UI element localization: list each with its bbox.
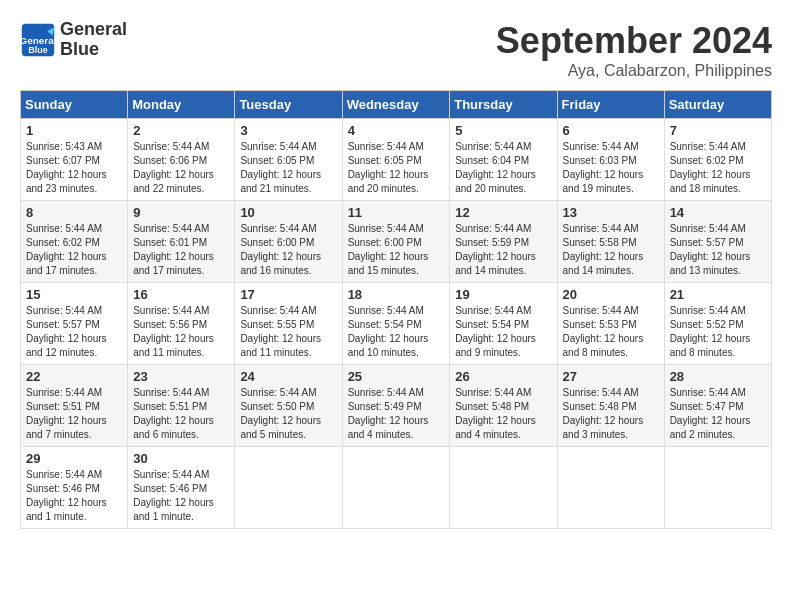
calendar-cell: 21Sunrise: 5:44 AM Sunset: 5:52 PM Dayli… (664, 283, 771, 365)
day-number: 27 (563, 369, 659, 384)
day-number: 18 (348, 287, 445, 302)
day-info: Sunrise: 5:44 AM Sunset: 6:02 PM Dayligh… (670, 140, 766, 196)
logo-icon: General Blue (20, 22, 56, 58)
calendar-cell: 9Sunrise: 5:44 AM Sunset: 6:01 PM Daylig… (128, 201, 235, 283)
calendar-cell: 3Sunrise: 5:44 AM Sunset: 6:05 PM Daylig… (235, 119, 342, 201)
day-number: 12 (455, 205, 551, 220)
day-info: Sunrise: 5:44 AM Sunset: 5:54 PM Dayligh… (348, 304, 445, 360)
calendar-cell: 18Sunrise: 5:44 AM Sunset: 5:54 PM Dayli… (342, 283, 450, 365)
calendar-cell: 14Sunrise: 5:44 AM Sunset: 5:57 PM Dayli… (664, 201, 771, 283)
calendar-cell: 29Sunrise: 5:44 AM Sunset: 5:46 PM Dayli… (21, 447, 128, 529)
day-number: 6 (563, 123, 659, 138)
calendar-cell: 13Sunrise: 5:44 AM Sunset: 5:58 PM Dayli… (557, 201, 664, 283)
day-info: Sunrise: 5:44 AM Sunset: 6:00 PM Dayligh… (348, 222, 445, 278)
calendar-cell: 6Sunrise: 5:44 AM Sunset: 6:03 PM Daylig… (557, 119, 664, 201)
calendar-cell: 7Sunrise: 5:44 AM Sunset: 6:02 PM Daylig… (664, 119, 771, 201)
day-number: 3 (240, 123, 336, 138)
day-info: Sunrise: 5:44 AM Sunset: 5:50 PM Dayligh… (240, 386, 336, 442)
day-info: Sunrise: 5:43 AM Sunset: 6:07 PM Dayligh… (26, 140, 122, 196)
calendar-table: SundayMondayTuesdayWednesdayThursdayFrid… (20, 90, 772, 529)
calendar-cell: 22Sunrise: 5:44 AM Sunset: 5:51 PM Dayli… (21, 365, 128, 447)
title-block: September 2024 Aya, Calabarzon, Philippi… (496, 20, 772, 80)
day-info: Sunrise: 5:44 AM Sunset: 5:55 PM Dayligh… (240, 304, 336, 360)
calendar-cell: 25Sunrise: 5:44 AM Sunset: 5:49 PM Dayli… (342, 365, 450, 447)
weekday-header-saturday: Saturday (664, 91, 771, 119)
day-number: 29 (26, 451, 122, 466)
weekday-header-friday: Friday (557, 91, 664, 119)
day-info: Sunrise: 5:44 AM Sunset: 5:46 PM Dayligh… (133, 468, 229, 524)
calendar-week-row: 22Sunrise: 5:44 AM Sunset: 5:51 PM Dayli… (21, 365, 772, 447)
day-number: 17 (240, 287, 336, 302)
calendar-cell (235, 447, 342, 529)
calendar-cell: 23Sunrise: 5:44 AM Sunset: 5:51 PM Dayli… (128, 365, 235, 447)
weekday-header-tuesday: Tuesday (235, 91, 342, 119)
day-number: 5 (455, 123, 551, 138)
day-number: 2 (133, 123, 229, 138)
calendar-cell: 15Sunrise: 5:44 AM Sunset: 5:57 PM Dayli… (21, 283, 128, 365)
day-number: 11 (348, 205, 445, 220)
day-number: 22 (26, 369, 122, 384)
weekday-header-thursday: Thursday (450, 91, 557, 119)
calendar-cell: 27Sunrise: 5:44 AM Sunset: 5:48 PM Dayli… (557, 365, 664, 447)
day-info: Sunrise: 5:44 AM Sunset: 6:03 PM Dayligh… (563, 140, 659, 196)
calendar-cell: 19Sunrise: 5:44 AM Sunset: 5:54 PM Dayli… (450, 283, 557, 365)
day-info: Sunrise: 5:44 AM Sunset: 5:48 PM Dayligh… (455, 386, 551, 442)
page-header: General Blue General Blue September 2024… (20, 20, 772, 80)
day-info: Sunrise: 5:44 AM Sunset: 5:49 PM Dayligh… (348, 386, 445, 442)
day-number: 1 (26, 123, 122, 138)
location-title: Aya, Calabarzon, Philippines (496, 62, 772, 80)
day-info: Sunrise: 5:44 AM Sunset: 6:05 PM Dayligh… (348, 140, 445, 196)
day-number: 4 (348, 123, 445, 138)
day-number: 26 (455, 369, 551, 384)
day-number: 24 (240, 369, 336, 384)
calendar-cell: 12Sunrise: 5:44 AM Sunset: 5:59 PM Dayli… (450, 201, 557, 283)
day-number: 20 (563, 287, 659, 302)
calendar-week-row: 8Sunrise: 5:44 AM Sunset: 6:02 PM Daylig… (21, 201, 772, 283)
day-number: 19 (455, 287, 551, 302)
day-info: Sunrise: 5:44 AM Sunset: 5:57 PM Dayligh… (670, 222, 766, 278)
calendar-cell: 24Sunrise: 5:44 AM Sunset: 5:50 PM Dayli… (235, 365, 342, 447)
day-number: 10 (240, 205, 336, 220)
day-info: Sunrise: 5:44 AM Sunset: 5:51 PM Dayligh… (26, 386, 122, 442)
calendar-cell: 10Sunrise: 5:44 AM Sunset: 6:00 PM Dayli… (235, 201, 342, 283)
day-info: Sunrise: 5:44 AM Sunset: 6:04 PM Dayligh… (455, 140, 551, 196)
calendar-cell (450, 447, 557, 529)
day-info: Sunrise: 5:44 AM Sunset: 5:52 PM Dayligh… (670, 304, 766, 360)
day-info: Sunrise: 5:44 AM Sunset: 6:05 PM Dayligh… (240, 140, 336, 196)
calendar-cell: 17Sunrise: 5:44 AM Sunset: 5:55 PM Dayli… (235, 283, 342, 365)
calendar-cell: 1Sunrise: 5:43 AM Sunset: 6:07 PM Daylig… (21, 119, 128, 201)
day-info: Sunrise: 5:44 AM Sunset: 5:58 PM Dayligh… (563, 222, 659, 278)
day-number: 7 (670, 123, 766, 138)
day-info: Sunrise: 5:44 AM Sunset: 5:53 PM Dayligh… (563, 304, 659, 360)
calendar-cell: 4Sunrise: 5:44 AM Sunset: 6:05 PM Daylig… (342, 119, 450, 201)
day-number: 14 (670, 205, 766, 220)
calendar-week-row: 29Sunrise: 5:44 AM Sunset: 5:46 PM Dayli… (21, 447, 772, 529)
calendar-cell: 28Sunrise: 5:44 AM Sunset: 5:47 PM Dayli… (664, 365, 771, 447)
day-number: 23 (133, 369, 229, 384)
day-info: Sunrise: 5:44 AM Sunset: 5:54 PM Dayligh… (455, 304, 551, 360)
day-info: Sunrise: 5:44 AM Sunset: 6:01 PM Dayligh… (133, 222, 229, 278)
day-number: 16 (133, 287, 229, 302)
weekday-header-wednesday: Wednesday (342, 91, 450, 119)
logo: General Blue General Blue (20, 20, 127, 60)
day-number: 8 (26, 205, 122, 220)
month-title: September 2024 (496, 20, 772, 62)
day-info: Sunrise: 5:44 AM Sunset: 6:06 PM Dayligh… (133, 140, 229, 196)
day-number: 9 (133, 205, 229, 220)
day-info: Sunrise: 5:44 AM Sunset: 5:48 PM Dayligh… (563, 386, 659, 442)
day-number: 28 (670, 369, 766, 384)
calendar-cell (557, 447, 664, 529)
day-info: Sunrise: 5:44 AM Sunset: 6:00 PM Dayligh… (240, 222, 336, 278)
calendar-cell (342, 447, 450, 529)
day-number: 30 (133, 451, 229, 466)
day-info: Sunrise: 5:44 AM Sunset: 5:57 PM Dayligh… (26, 304, 122, 360)
day-info: Sunrise: 5:44 AM Sunset: 5:59 PM Dayligh… (455, 222, 551, 278)
calendar-header-row: SundayMondayTuesdayWednesdayThursdayFrid… (21, 91, 772, 119)
calendar-cell: 26Sunrise: 5:44 AM Sunset: 5:48 PM Dayli… (450, 365, 557, 447)
day-number: 13 (563, 205, 659, 220)
calendar-cell: 30Sunrise: 5:44 AM Sunset: 5:46 PM Dayli… (128, 447, 235, 529)
day-info: Sunrise: 5:44 AM Sunset: 5:46 PM Dayligh… (26, 468, 122, 524)
logo-text: General Blue (60, 20, 127, 60)
svg-text:Blue: Blue (28, 44, 48, 54)
calendar-cell: 20Sunrise: 5:44 AM Sunset: 5:53 PM Dayli… (557, 283, 664, 365)
